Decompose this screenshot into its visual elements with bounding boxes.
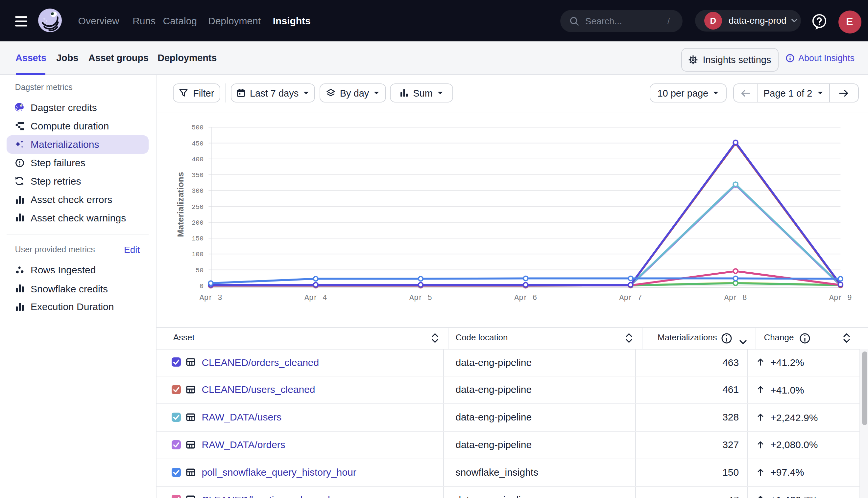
- svg-text:450: 450: [192, 140, 204, 147]
- svg-text:Materializations: Materializations: [176, 172, 186, 237]
- svg-text:Apr 5: Apr 5: [409, 294, 432, 302]
- svg-text:Apr 4: Apr 4: [305, 294, 327, 302]
- svg-text:200: 200: [192, 219, 204, 227]
- svg-text:350: 350: [192, 171, 204, 179]
- svg-text:100: 100: [192, 251, 204, 258]
- svg-text:300: 300: [192, 187, 204, 195]
- svg-text:250: 250: [192, 204, 204, 211]
- svg-text:Apr 6: Apr 6: [514, 294, 537, 302]
- svg-text:50: 50: [196, 267, 204, 274]
- svg-text:Apr 3: Apr 3: [200, 294, 222, 302]
- svg-text:500: 500: [192, 124, 204, 131]
- svg-text:400: 400: [192, 156, 204, 163]
- svg-text:150: 150: [192, 235, 204, 243]
- svg-text:Apr 7: Apr 7: [619, 294, 642, 302]
- svg-text:Apr 9: Apr 9: [829, 294, 852, 302]
- svg-text:0: 0: [200, 283, 204, 290]
- svg-text:Apr 8: Apr 8: [724, 294, 747, 302]
